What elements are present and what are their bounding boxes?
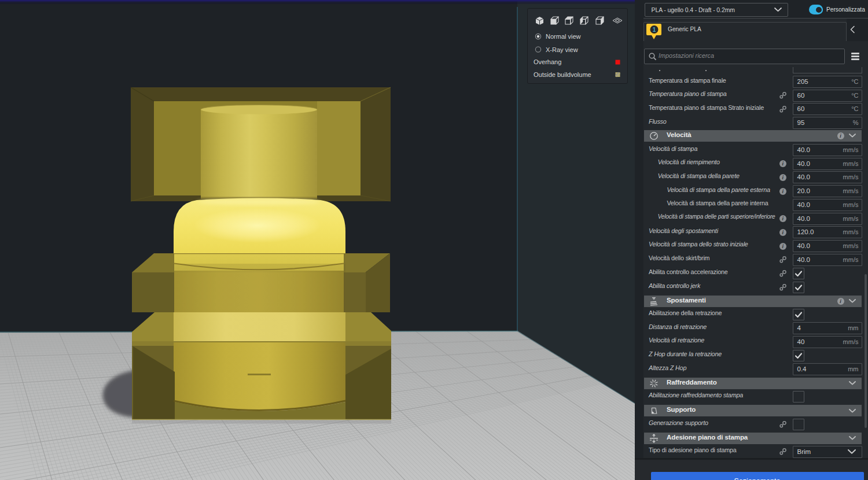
svg-text:1: 1 [653, 27, 656, 33]
